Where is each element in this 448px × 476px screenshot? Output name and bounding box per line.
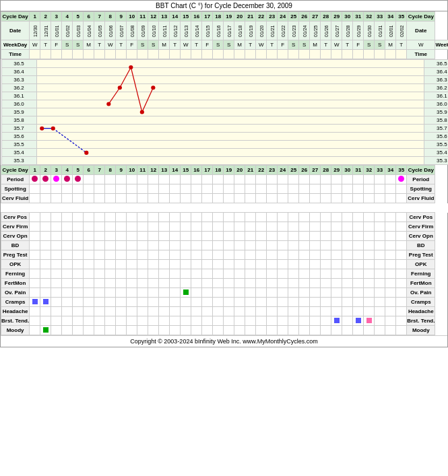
date-20: 01/18 [234,22,245,40]
headache-label: Headache [1,307,30,316]
date-6: 01/04 [84,22,94,40]
cerv-firm-label-right: Cerv Firm [407,222,435,232]
temp-label-357: 35.7 [1,125,36,133]
temp-label-365: 36.5 [1,60,36,68]
bbt-row-362: 36.2 36.2 [1,84,448,92]
date-15: 01/13 [181,22,191,40]
date-7: 01/05 [94,22,105,40]
date-31: 01/29 [353,22,364,40]
date-28: 01/26 [321,22,331,40]
date-9: 01/07 [116,22,127,40]
cerv-opn-row: Cerv Opn Cerv Opn [1,232,449,241]
cd-3: 3 [51,12,62,22]
cramps-sq-d2 [43,299,49,304]
cd-28: 28 [321,12,331,22]
cd-9: 9 [116,12,127,22]
brst-tend-sq-d31 [356,318,361,323]
temp-grid-358 [36,116,424,125]
brst-tend-sq-d32 [366,318,372,323]
temp-label-362: 36.2 [1,84,36,92]
period-label: Period [1,175,30,184]
date-row: Date 12/30 12/31 01/01 01/02 01/03 01/04… [1,22,449,40]
temp-grid-365 [36,60,424,68]
cd-25: 25 [288,12,299,22]
bbt-row-354: 35.4 35.4 [1,149,448,157]
cd-19: 19 [224,12,234,22]
date-2: 12/31 [40,22,51,40]
period-dot-d1 [32,176,38,182]
cd-32: 32 [364,12,375,22]
temp-label-353-r: 35.3 [424,157,448,165]
cd-30: 30 [342,12,353,22]
preg-test-label-right: Preg Test [407,250,435,260]
moody-label: Moody [1,326,30,335]
cerv-pos-row: Cerv Pos Cerv Pos [1,213,449,222]
weekday-label-right: WeekDay [435,40,448,50]
weekday-row: WeekDay WTF SS MTWTF SS MTWTF SS MTWTF S… [1,40,449,50]
chart-title: BBT Chart (C °) for Cycle December 30, 2… [1,1,447,11]
cerv-opn-label-right: Cerv Opn [407,232,435,241]
cd-22: 22 [256,12,267,22]
temp-label-356: 35.6 [1,133,36,141]
fertmon-label-right: FertMon [407,279,435,288]
cd-8: 8 [105,12,116,22]
cd-15: 15 [181,12,191,22]
time-label: Time [1,50,30,59]
cerv-firm-row: Cerv Firm Cerv Firm [1,222,449,232]
date-32: 01/30 [364,22,375,40]
date-30: 01/28 [342,22,353,40]
cycle-day-header-row: Cycle Day 1 2 3 4 5 6 7 8 9 10 11 12 13 … [1,12,449,22]
temp-label-354-r: 35.4 [424,149,448,157]
date-33: 01/31 [375,22,385,40]
period-dot-d2 [42,176,49,182]
opk-label-right: OPK [407,260,435,269]
date-27: 01/25 [310,22,321,40]
bd-row: BD BD [1,241,449,250]
spotting-label: Spotting [1,184,30,194]
date-35: 02/02 [396,22,407,40]
bbt-chart-area: 36.5 36.5 36.4 36.4 36.3 36.3 [1,59,449,166]
temp-label-358: 35.8 [1,116,36,125]
temp-label-363: 36.3 [1,76,36,84]
temp-label-360: 36.0 [1,100,36,108]
moody-label-right: Moody [407,326,435,335]
cramps-row: Cramps Cramps [1,298,449,307]
brst-tend-label-right: Brst. Tend. [407,316,435,326]
ov-pain-label: Ov. Pain [1,288,30,298]
cerv-pos-label: Cerv Pos [1,213,30,222]
fertmon-row: FertMon FertMon [1,279,449,288]
temp-grid-357 [36,125,424,133]
bbt-row-361: 36.1 36.1 [1,92,448,100]
temp-label-355-r: 35.5 [424,141,448,149]
period-dot-d4 [64,176,70,182]
cd-24: 24 [278,12,288,22]
bbt-row-360: 36.0 36.0 [1,100,448,108]
cerv-fluid-label-right: Cerv Fluid [407,194,435,203]
cycle-day-bottom-row: Cycle Day 12345 678910 1112131415 161718… [1,166,449,175]
bd-label-right: BD [407,241,435,250]
bbt-row-359: 35.9 35.9 [1,108,448,116]
cerv-fluid-label: Cerv Fluid [1,194,30,203]
date-34: 02/01 [385,22,396,40]
period-dot-d3 [53,176,59,182]
date-13: 01/11 [159,22,170,40]
temp-label-362-r: 36.2 [424,84,448,92]
bbt-chart-row: 36.5 36.5 36.4 36.4 36.3 36.3 [1,59,449,166]
fertmon-label: FertMon [1,279,30,288]
temp-label-364-r: 36.4 [424,68,448,76]
cd-14: 14 [170,12,181,22]
cerv-opn-label: Cerv Opn [1,232,30,241]
temp-grid-355 [36,141,424,149]
bbt-row-363: 36.3 36.3 [1,76,448,84]
temp-grid-362 [36,84,424,92]
date-10: 01/08 [127,22,137,40]
temp-label-365-r: 36.5 [424,60,448,68]
date-label-right: Date [407,22,435,40]
brst-tend-row: Brst. Tend. Brst. Tend. [1,316,449,326]
date-1: 12/30 [30,22,40,40]
preg-test-label: Preg Test [1,250,30,260]
temp-label-364: 36.4 [1,68,36,76]
ov-pain-label-right: Ov. Pain [407,288,435,298]
moody-sq-d2 [43,327,49,333]
bbt-row-358: 35.8 35.8 [1,116,448,125]
